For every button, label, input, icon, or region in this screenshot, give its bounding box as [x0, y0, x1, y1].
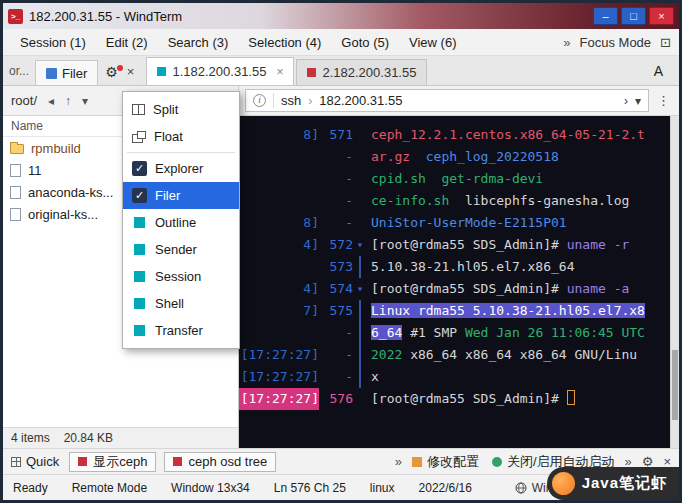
- session-tab[interactable]: 2.182.200.31.55: [296, 59, 427, 85]
- menu-item-split[interactable]: Split: [123, 96, 239, 123]
- menubar-item[interactable]: View (6): [400, 32, 465, 53]
- timestamp-gutter: [17:27:27]: [239, 344, 319, 366]
- kebab-menu-icon[interactable]: ⋮: [654, 93, 673, 108]
- text-segment: uname -a: [567, 281, 630, 296]
- terminal-row: 8]571ceph_12.2.1.centos.x86_64-05-21-2.t: [239, 124, 679, 146]
- menubar-overflow-icon[interactable]: »: [563, 35, 570, 50]
- tab-filer[interactable]: Filer: [35, 60, 98, 85]
- terminal-text: 5.10.38-21.hl05.el7.x86_64: [367, 256, 575, 278]
- quick-button[interactable]: Quick: [11, 454, 59, 469]
- terminal-row: 5735.10.38-21.hl05.el7.x86_64: [239, 256, 679, 278]
- session-tab[interactable]: 1.182.200.31.55×: [146, 57, 294, 85]
- menu-item-label: Transfer: [155, 323, 203, 338]
- menu-item-sender[interactable]: Sender: [123, 236, 239, 263]
- host-address[interactable]: 182.200.31.55: [319, 93, 402, 108]
- protocol-label[interactable]: ssh: [281, 93, 301, 108]
- block-marker: [353, 124, 367, 146]
- address-row: i ssh › 182.200.31.55 › ▾ ⋮: [239, 86, 679, 115]
- timestamp-gutter: [239, 168, 319, 190]
- total-size: 20.84 KB: [64, 431, 113, 445]
- filer-icon: [46, 68, 57, 79]
- sender-pane-icon: [134, 244, 145, 255]
- menu-item-shell[interactable]: Shell: [123, 290, 239, 317]
- timestamp-gutter: 8]: [239, 124, 319, 146]
- item-count: 4 items: [11, 431, 50, 445]
- menu-item-float[interactable]: Float: [123, 123, 239, 150]
- close-window-button[interactable]: ×: [649, 7, 674, 25]
- line-number: -: [319, 212, 353, 234]
- minimize-button[interactable]: –: [593, 7, 618, 25]
- go-arrow-icon[interactable]: ›: [624, 94, 628, 108]
- terminal-text: ceph_12.2.1.centos.x86_64-05-21-2.t: [367, 124, 645, 146]
- window-title: 182.200.31.55 - WindTerm: [29, 9, 590, 24]
- menubar-item[interactable]: Session (1): [11, 32, 95, 53]
- menu-item-outline[interactable]: Outline: [123, 209, 239, 236]
- menu-item-label: Float: [154, 129, 183, 144]
- menubar-item[interactable]: Search (3): [159, 32, 238, 53]
- text-segment: [426, 171, 442, 186]
- menu-separator: [127, 152, 235, 153]
- focus-mode-button[interactable]: Focus Mode: [580, 35, 652, 50]
- menubar-item[interactable]: Edit (2): [97, 32, 157, 53]
- text-segment: ceph_12.2.1.centos.x86_64-05-21-2.t: [371, 127, 645, 142]
- maximize-button[interactable]: □: [621, 7, 646, 25]
- line-number: -: [319, 322, 353, 344]
- pane-close-icon[interactable]: ×: [125, 64, 141, 85]
- block-marker: [353, 344, 367, 366]
- float-icon: [132, 134, 143, 143]
- tab-close-icon[interactable]: ×: [276, 65, 283, 79]
- file-icon: [10, 164, 21, 177]
- terminal-scrollbar[interactable]: [670, 116, 679, 448]
- tab-partial[interactable]: or...: [7, 64, 35, 85]
- text-segment: ceph_log_20220518: [426, 149, 559, 164]
- toolbar-button[interactable]: ceph osd tree: [164, 452, 276, 472]
- status-items: ReadyRemote ModeWindow 13x34Ln 576 Ch 25…: [13, 481, 472, 495]
- text-segment: ar.gz: [371, 149, 410, 164]
- chevron-down-icon[interactable]: ▾: [82, 94, 88, 108]
- file-icon: [10, 186, 21, 199]
- titlebar[interactable]: >_ 182.200.31.55 - WindTerm – □ ×: [3, 3, 679, 29]
- text-segment: [449, 193, 465, 208]
- address-dropdown-icon[interactable]: ▾: [635, 94, 641, 108]
- shell-pane-icon: [134, 298, 145, 309]
- menubar-item[interactable]: Goto (5): [332, 32, 398, 53]
- session-tab-label: 1.182.200.31.55: [172, 64, 266, 79]
- pane-settings-gear-icon[interactable]: ⚙: [98, 64, 125, 85]
- toolbar-button-label: ceph osd tree: [188, 454, 267, 469]
- block-marker: [353, 388, 367, 410]
- menubar-item[interactable]: Selection (4): [239, 32, 330, 53]
- font-button[interactable]: A: [654, 63, 675, 85]
- watermark-logo: [552, 472, 575, 495]
- toolbar-button-label: 显示ceph: [93, 453, 147, 471]
- info-icon[interactable]: i: [253, 94, 266, 107]
- status-item: 2022/6/16: [419, 481, 472, 495]
- up-directory-icon[interactable]: ↑: [65, 94, 71, 108]
- toolbar-overflow-icon[interactable]: »: [395, 454, 402, 469]
- filer-status: 4 items 20.84 KB: [3, 427, 238, 448]
- line-number: -: [319, 366, 353, 388]
- menu-item-filer[interactable]: ✓Filer: [123, 182, 239, 209]
- menu-item-explorer[interactable]: ✓Explorer: [123, 155, 239, 182]
- menu-item-transfer[interactable]: Transfer: [123, 317, 239, 344]
- toolbar-button[interactable]: 显示ceph: [69, 452, 156, 472]
- file-icon: [10, 208, 21, 221]
- red-square-icon: [173, 457, 182, 466]
- scrollbar-thumb[interactable]: [672, 350, 678, 420]
- current-path[interactable]: root/: [11, 93, 37, 108]
- tab-bar: or... Filer ⚙ × 1.182.200.31.55×2.182.20…: [3, 56, 679, 86]
- text-segment: [root@rdma55 SDS_Admin]#: [371, 391, 567, 406]
- status-item: linux: [370, 481, 395, 495]
- back-icon[interactable]: ◂: [48, 94, 54, 108]
- globe-icon[interactable]: [515, 482, 527, 494]
- text-segment: ce-info.sh: [371, 193, 449, 208]
- toolbar-action[interactable]: 修改配置: [412, 453, 479, 471]
- timestamp-gutter: [239, 322, 319, 344]
- menu-item-session[interactable]: Session: [123, 263, 239, 290]
- block-marker: [353, 256, 367, 278]
- terminal-cursor: [567, 390, 575, 405]
- terminal-row: [17:27:27]-x: [239, 366, 679, 388]
- address-bar[interactable]: i ssh › 182.200.31.55 › ▾: [245, 89, 649, 112]
- layout-toggle-icon[interactable]: ⊡: [660, 35, 671, 50]
- terminal[interactable]: 8]571ceph_12.2.1.centos.x86_64-05-21-2.t…: [239, 116, 679, 448]
- text-segment: 5.10.38-21.hl05.el7.x86_64: [371, 259, 575, 274]
